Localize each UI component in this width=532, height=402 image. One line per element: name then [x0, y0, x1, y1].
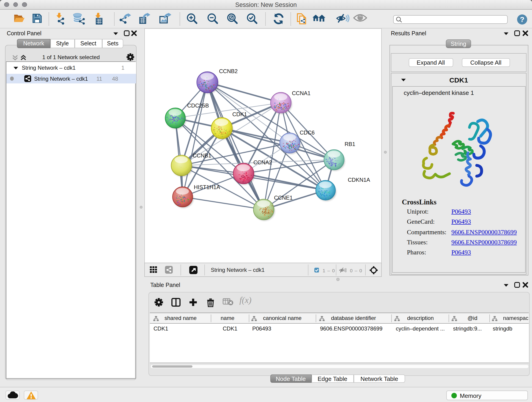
svg-text:CCNE1: CCNE1: [274, 194, 293, 201]
svg-text:CCNA1: CCNA1: [292, 90, 310, 96]
svg-text:CCNB1: CCNB1: [193, 152, 211, 158]
svg-text:CDC25B: CDC25B: [187, 102, 209, 108]
svg-text:?: ?: [520, 15, 525, 24]
svg-text:CDKN1A: CDKN1A: [348, 177, 370, 183]
svg-text:CCNA2: CCNA2: [253, 159, 272, 165]
svg-text:RB1: RB1: [345, 141, 355, 147]
svg-text:CDC6: CDC6: [300, 129, 315, 135]
svg-text:HIST1H1A: HIST1H1A: [194, 184, 220, 190]
svg-text:CCNB2: CCNB2: [219, 68, 238, 74]
svg-text:CDK1: CDK1: [232, 111, 247, 117]
